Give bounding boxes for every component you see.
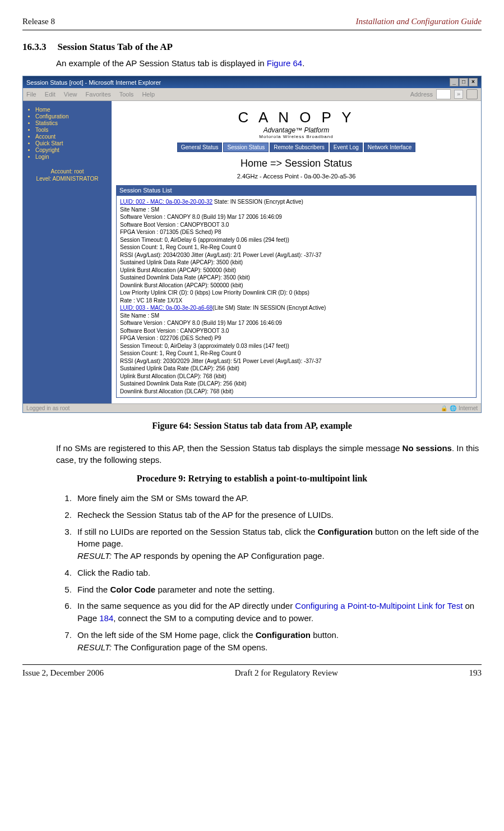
tab-event-log[interactable]: Event Log [330,143,363,152]
session-row: FPGA Version : 022706 (DES Sched) P9 [120,334,473,342]
section-title: Session Status Tab of the AP [58,42,173,52]
session-row: Site Name : SM [120,206,473,214]
tab-general-status[interactable]: General Status [177,143,223,152]
sidebar-item-login[interactable]: Login [35,154,109,160]
figure-caption: Figure 64: Session Status tab data from … [22,421,482,431]
sidebar-item-account[interactable]: Account [35,134,109,140]
account-info: Account: root Level: ADMINISTRATOR [25,168,109,182]
header-rule [22,30,482,30]
procedure-title: Procedure 9: Retrying to establish a poi… [22,474,482,484]
canopy-logo: C A N O P Y Advantage™ Platform Motorola… [116,109,477,139]
status-bar: Logged in as root 🔒 🌐 Internet [23,403,481,412]
session-row: Rate : VC 18 Rate 1X/1X [120,297,473,305]
sidebar-item-statistics[interactable]: Statistics [35,120,109,126]
session-row: Session Count: 1, Reg Count 1, Re-Reg Co… [120,350,473,357]
no-sessions-label: No sessions [403,443,452,453]
menu-favorites[interactable]: Favorites [86,91,111,98]
session-row: Sustained Uplink Data Rate (APCAP): 3500… [120,259,473,267]
lock-icon: 🔒 [441,405,447,411]
note-paragraph: If no SMs are registered to this AP, the… [56,442,482,466]
session-row: Site Name : SM [120,312,473,320]
address-label: Address [410,91,433,98]
globe-icon: 🌐 [450,405,456,411]
maximize-button[interactable]: □ [459,78,468,86]
menu-tools[interactable]: Tools [119,91,134,98]
footer-rule [22,664,482,665]
session-row: Software Version : CANOPY 8.0 (Build 19)… [120,213,473,221]
session-row: Downlink Burst Allocation (APCAP): 50000… [120,282,473,290]
session-row: Sustained Downlink Data Rate (APCAP): 35… [120,274,473,282]
page-ref-link[interactable]: 184 [99,613,113,623]
nav-sidebar: Home Configuration Statistics Tools Acco… [23,101,112,403]
step-6: In the same sequence as you did for the … [74,600,482,625]
footer-center: Draft 2 for Regulatory Review [235,668,338,678]
panel-body: LUID: 002 - MAC: 0a-00-3e-20-00-32 State… [116,195,477,398]
cross-ref-link[interactable]: Configuring a Point-to-Multipoint Link f… [295,601,463,610]
tab-bar: General StatusSession StatusRemote Subsc… [116,143,477,152]
session-row: RSSI (Avg/Last): 2030/2029 Jitter (Avg/L… [120,357,473,365]
close-button[interactable]: × [469,78,478,86]
page-footer: Issue 2, December 2006 Draft 2 for Regul… [22,668,482,678]
page-title: Home => Session Status [116,158,477,169]
session-row: Session Timeout: 0, AirDelay 3 (approxim… [120,342,473,350]
session-row: Software Version : CANOPY 8.0 (Build 19)… [120,319,473,327]
sidebar-item-copyright[interactable]: Copyright [35,147,109,153]
minimize-button[interactable]: _ [450,78,459,86]
footer-left: Issue 2, December 2006 [22,668,104,678]
intro-paragraph: An example of the AP Session Status tab … [56,57,482,69]
main-panel: C A N O P Y Advantage™ Platform Motorola… [112,101,481,403]
menu-view[interactable]: View [64,91,77,98]
session-row: FPGA Version : 071305 (DES Sched) P8 [120,228,473,236]
sidebar-item-configuration[interactable]: Configuration [35,113,109,120]
step-3: If still no LUIDs are reported on the Se… [74,526,482,562]
session-row: Downlink Burst Allocation (DLCAP): 768 (… [120,388,473,396]
page-header: Release 8 Installation and Configuration… [22,17,482,26]
window-buttons: _□× [449,78,478,86]
step-5: Find the Color Code parameter and note t… [74,584,482,596]
step-1: More finely aim the SM or SMs toward the… [74,492,482,504]
session-row: RSSI (Avg/Last): 2034/2030 Jitter (Avg/L… [120,251,473,259]
tab-session-status[interactable]: Session Status [223,143,269,152]
screenshot-figure: Session Status [root] - Microsoft Intern… [22,76,482,413]
address-input[interactable] [436,89,451,99]
section-heading: 16.3.3Session Status Tab of the AP [22,42,482,53]
figure-link[interactable]: Figure 64 [267,58,302,68]
panel-header: Session Status List [116,185,477,195]
procedure-steps: More finely aim the SM or SMs toward the… [56,492,482,653]
menu-help[interactable]: Help [142,91,155,98]
session-row: Uplink Burst Allocation (APCAP): 500000 … [120,267,473,274]
session-row: Session Count: 1, Reg Count 1, Re-Reg Co… [120,244,473,251]
step-4: Click the Radio tab. [74,567,482,579]
tab-remote-subscribers[interactable]: Remote Subscribers [270,143,329,152]
luid-link-003[interactable]: LUID: 003 - MAC: 0a-00-3e-20-a6-68 [120,305,212,311]
luid-link-002[interactable]: LUID: 002 - MAC: 0a-00-3e-20-00-32 [120,199,212,205]
result-label: RESULT: [77,551,112,561]
session-row: Sustained Downlink Data Rate (DLCAP): 25… [120,380,473,388]
menu-bar: File Edit View Favorites Tools Help Addr… [23,88,481,101]
menu-edit[interactable]: Edit [45,91,56,98]
page-subtitle: 2.4GHz - Access Point - 0a-00-3e-20-a5-3… [116,173,477,180]
session-row: Software Boot Version : CANOPYBOOT 3.0 [120,221,473,229]
session-row: Low Priority Uplink CIR (D): 0 (kbps) Lo… [120,289,473,297]
menu-file[interactable]: File [26,91,36,98]
step-2: Recheck the Session Status tab of the AP… [74,509,482,521]
sidebar-item-quickstart[interactable]: Quick Start [35,140,109,146]
header-left: Release 8 [22,17,55,26]
header-right: Installation and Configuration Guide [355,17,482,26]
session-row: Session Timeout: 0, AirDelay 6 (approxim… [120,236,473,244]
sidebar-item-home[interactable]: Home [35,107,109,113]
window-title: Session Status [root] - Microsoft Intern… [26,79,161,86]
session-row: Sustained Uplink Data Rate (DLCAP): 256 … [120,365,473,373]
chevron-icon[interactable]: » [454,90,463,99]
session-row: Uplink Burst Allocation (DLCAP): 768 (kb… [120,373,473,380]
tab-network-interface[interactable]: Network Interface [364,143,415,152]
go-button[interactable] [466,89,478,99]
step-7: On the left side of the SM Home page, cl… [74,629,482,654]
session-row: Software Boot Version : CANOPYBOOT 3.0 [120,327,473,335]
sidebar-item-tools[interactable]: Tools [35,127,109,133]
status-left: Logged in as root [26,405,70,411]
section-number: 16.3.3 [22,42,47,53]
window-titlebar: Session Status [root] - Microsoft Intern… [23,76,481,88]
status-right: Internet [459,405,478,411]
footer-right: 193 [469,668,482,678]
